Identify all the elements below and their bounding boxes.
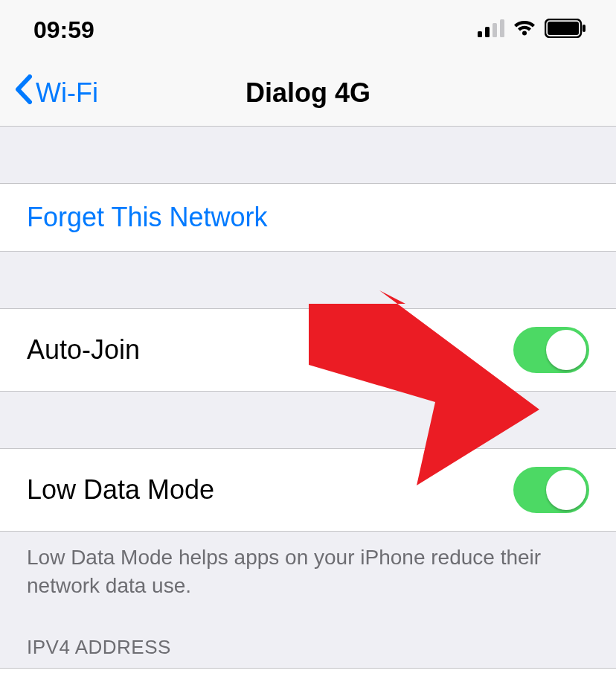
- ipv4-section-header: IPV4 ADDRESS: [0, 600, 616, 668]
- low-data-mode-toggle[interactable]: [513, 467, 589, 513]
- cellular-signal-icon: [478, 19, 504, 40]
- toggle-knob: [546, 470, 586, 510]
- configure-ip-row[interactable]: Configure IP Automatic: [0, 668, 616, 682]
- chevron-left-icon: [13, 74, 33, 111]
- svg-rect-2: [493, 23, 497, 37]
- toggle-knob: [546, 330, 586, 370]
- auto-join-label: Auto-Join: [27, 334, 140, 366]
- status-bar: 09:59: [0, 0, 616, 60]
- auto-join-row: Auto-Join: [0, 308, 616, 392]
- wifi-icon: [512, 19, 537, 40]
- forget-network-label: Forget This Network: [27, 202, 267, 233]
- nav-bar: Wi-Fi Dialog 4G: [0, 60, 616, 127]
- forget-network-button[interactable]: Forget This Network: [0, 183, 616, 252]
- battery-icon: [545, 19, 586, 41]
- svg-rect-6: [583, 25, 585, 32]
- section-spacer: [0, 127, 616, 183]
- auto-join-toggle[interactable]: [513, 327, 589, 373]
- status-time: 09:59: [33, 16, 94, 44]
- svg-rect-1: [485, 27, 490, 37]
- svg-rect-0: [478, 31, 482, 37]
- low-data-mode-footer: Low Data Mode helps apps on your iPhone …: [0, 532, 616, 600]
- svg-rect-3: [500, 19, 504, 37]
- section-spacer: [0, 252, 616, 308]
- section-spacer: [0, 392, 616, 448]
- back-button[interactable]: Wi-Fi: [0, 74, 98, 111]
- svg-rect-5: [548, 22, 579, 35]
- low-data-mode-label: Low Data Mode: [27, 474, 214, 506]
- status-icons: [478, 19, 586, 41]
- back-label: Wi-Fi: [36, 77, 98, 109]
- low-data-mode-row: Low Data Mode: [0, 448, 616, 532]
